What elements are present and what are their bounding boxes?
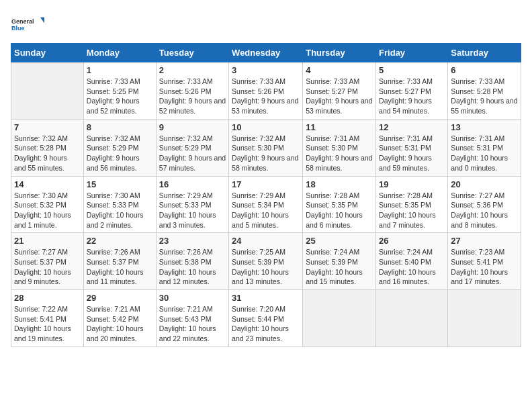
day-number: 27 — [451, 236, 518, 246]
calendar-cell: 23Sunrise: 7:26 AMSunset: 5:38 PMDayligh… — [156, 233, 228, 290]
calendar-cell: 2Sunrise: 7:33 AMSunset: 5:26 PMDaylight… — [156, 62, 228, 120]
calendar-cell — [11, 62, 84, 120]
calendar-cell: 3Sunrise: 7:33 AMSunset: 5:26 PMDaylight… — [229, 62, 303, 120]
header-wednesday: Wednesday — [229, 44, 303, 62]
day-info: Sunrise: 7:24 AMSunset: 5:40 PMDaylight:… — [379, 247, 445, 287]
day-info: Sunrise: 7:33 AMSunset: 5:28 PMDaylight:… — [451, 77, 518, 116]
calendar-cell: 22Sunrise: 7:26 AMSunset: 5:37 PMDayligh… — [83, 233, 156, 290]
day-number: 8 — [87, 122, 153, 132]
calendar-cell: 14Sunrise: 7:30 AMSunset: 5:32 PMDayligh… — [11, 176, 84, 233]
calendar-cell: 31Sunrise: 7:20 AMSunset: 5:44 PMDayligh… — [229, 290, 303, 347]
calendar-cell: 24Sunrise: 7:25 AMSunset: 5:39 PMDayligh… — [229, 233, 303, 290]
calendar-cell: 13Sunrise: 7:31 AMSunset: 5:31 PMDayligh… — [448, 119, 521, 176]
day-number: 9 — [159, 122, 226, 132]
calendar-cell: 30Sunrise: 7:21 AMSunset: 5:43 PMDayligh… — [156, 290, 228, 347]
day-info: Sunrise: 7:31 AMSunset: 5:31 PMDaylight:… — [451, 134, 518, 173]
day-info: Sunrise: 7:23 AMSunset: 5:41 PMDaylight:… — [451, 247, 518, 287]
calendar-cell — [448, 290, 521, 347]
calendar-header-row: SundayMondayTuesdayWednesdayThursdayFrid… — [11, 44, 521, 62]
day-info: Sunrise: 7:30 AMSunset: 5:33 PMDaylight:… — [87, 191, 153, 230]
day-info: Sunrise: 7:26 AMSunset: 5:37 PMDaylight:… — [87, 247, 153, 287]
day-number: 6 — [451, 65, 518, 75]
svg-text:General: General — [11, 18, 34, 25]
calendar-week-row: 28Sunrise: 7:22 AMSunset: 5:41 PMDayligh… — [11, 290, 521, 347]
page-header: General Blue — [11, 11, 521, 38]
header-tuesday: Tuesday — [156, 44, 228, 62]
day-info: Sunrise: 7:27 AMSunset: 5:36 PMDaylight:… — [451, 191, 518, 230]
day-number: 30 — [159, 293, 226, 303]
day-number: 19 — [379, 179, 445, 189]
day-number: 18 — [306, 179, 373, 189]
svg-text:Blue: Blue — [11, 25, 25, 32]
day-info: Sunrise: 7:26 AMSunset: 5:38 PMDaylight:… — [159, 247, 226, 287]
day-number: 22 — [87, 236, 153, 246]
day-number: 7 — [14, 122, 81, 132]
calendar-cell: 21Sunrise: 7:27 AMSunset: 5:37 PMDayligh… — [11, 233, 84, 290]
header-sunday: Sunday — [11, 44, 84, 62]
logo: General Blue — [11, 11, 44, 38]
day-info: Sunrise: 7:29 AMSunset: 5:34 PMDaylight:… — [232, 191, 300, 230]
calendar-cell: 20Sunrise: 7:27 AMSunset: 5:36 PMDayligh… — [448, 176, 521, 233]
day-number: 28 — [14, 293, 81, 303]
day-info: Sunrise: 7:33 AMSunset: 5:27 PMDaylight:… — [379, 77, 445, 116]
day-info: Sunrise: 7:28 AMSunset: 5:35 PMDaylight:… — [306, 191, 373, 230]
day-number: 20 — [451, 179, 518, 189]
day-number: 11 — [306, 122, 373, 132]
day-info: Sunrise: 7:25 AMSunset: 5:39 PMDaylight:… — [232, 247, 300, 287]
day-number: 3 — [232, 65, 300, 75]
day-info: Sunrise: 7:32 AMSunset: 5:28 PMDaylight:… — [14, 134, 81, 173]
day-info: Sunrise: 7:22 AMSunset: 5:41 PMDaylight:… — [14, 304, 81, 344]
calendar-cell: 9Sunrise: 7:32 AMSunset: 5:29 PMDaylight… — [156, 119, 228, 176]
day-info: Sunrise: 7:32 AMSunset: 5:30 PMDaylight:… — [232, 134, 300, 173]
day-number: 29 — [87, 293, 153, 303]
calendar-cell: 8Sunrise: 7:32 AMSunset: 5:29 PMDaylight… — [83, 119, 156, 176]
calendar-cell: 6Sunrise: 7:33 AMSunset: 5:28 PMDaylight… — [448, 62, 521, 120]
day-info: Sunrise: 7:33 AMSunset: 5:27 PMDaylight:… — [306, 77, 373, 116]
calendar-cell: 16Sunrise: 7:29 AMSunset: 5:33 PMDayligh… — [156, 176, 228, 233]
svg-marker-2 — [40, 17, 44, 24]
header-thursday: Thursday — [303, 44, 376, 62]
day-info: Sunrise: 7:32 AMSunset: 5:29 PMDaylight:… — [159, 134, 226, 173]
day-number: 5 — [379, 65, 445, 75]
calendar-cell: 27Sunrise: 7:23 AMSunset: 5:41 PMDayligh… — [448, 233, 521, 290]
header-monday: Monday — [83, 44, 156, 62]
day-number: 21 — [14, 236, 81, 246]
day-number: 26 — [379, 236, 445, 246]
calendar-week-row: 1Sunrise: 7:33 AMSunset: 5:25 PMDaylight… — [11, 62, 521, 120]
day-number: 2 — [159, 65, 226, 75]
calendar-week-row: 21Sunrise: 7:27 AMSunset: 5:37 PMDayligh… — [11, 233, 521, 290]
calendar-cell: 29Sunrise: 7:21 AMSunset: 5:42 PMDayligh… — [83, 290, 156, 347]
calendar-cell: 4Sunrise: 7:33 AMSunset: 5:27 PMDaylight… — [303, 62, 376, 120]
day-number: 16 — [159, 179, 226, 189]
day-number: 24 — [232, 236, 300, 246]
calendar-cell: 25Sunrise: 7:24 AMSunset: 5:39 PMDayligh… — [303, 233, 376, 290]
day-info: Sunrise: 7:31 AMSunset: 5:31 PMDaylight:… — [379, 134, 445, 173]
calendar-cell: 12Sunrise: 7:31 AMSunset: 5:31 PMDayligh… — [376, 119, 448, 176]
day-number: 23 — [159, 236, 226, 246]
calendar-cell: 19Sunrise: 7:28 AMSunset: 5:35 PMDayligh… — [376, 176, 448, 233]
day-info: Sunrise: 7:27 AMSunset: 5:37 PMDaylight:… — [14, 247, 81, 287]
day-info: Sunrise: 7:24 AMSunset: 5:39 PMDaylight:… — [306, 247, 373, 287]
calendar-cell — [303, 290, 376, 347]
calendar-table: SundayMondayTuesdayWednesdayThursdayFrid… — [11, 43, 521, 347]
calendar-week-row: 14Sunrise: 7:30 AMSunset: 5:32 PMDayligh… — [11, 176, 521, 233]
calendar-cell: 10Sunrise: 7:32 AMSunset: 5:30 PMDayligh… — [229, 119, 303, 176]
logo-svg: General Blue — [11, 11, 44, 38]
day-info: Sunrise: 7:32 AMSunset: 5:29 PMDaylight:… — [87, 134, 153, 173]
day-number: 25 — [306, 236, 373, 246]
day-info: Sunrise: 7:33 AMSunset: 5:26 PMDaylight:… — [232, 77, 300, 116]
day-info: Sunrise: 7:21 AMSunset: 5:43 PMDaylight:… — [159, 304, 226, 344]
calendar-cell: 15Sunrise: 7:30 AMSunset: 5:33 PMDayligh… — [83, 176, 156, 233]
calendar-cell: 5Sunrise: 7:33 AMSunset: 5:27 PMDaylight… — [376, 62, 448, 120]
calendar-cell: 26Sunrise: 7:24 AMSunset: 5:40 PMDayligh… — [376, 233, 448, 290]
day-info: Sunrise: 7:28 AMSunset: 5:35 PMDaylight:… — [379, 191, 445, 230]
calendar-cell: 7Sunrise: 7:32 AMSunset: 5:28 PMDaylight… — [11, 119, 84, 176]
day-number: 15 — [87, 179, 153, 189]
day-info: Sunrise: 7:21 AMSunset: 5:42 PMDaylight:… — [87, 304, 153, 344]
calendar-cell: 17Sunrise: 7:29 AMSunset: 5:34 PMDayligh… — [229, 176, 303, 233]
calendar-cell: 28Sunrise: 7:22 AMSunset: 5:41 PMDayligh… — [11, 290, 84, 347]
day-info: Sunrise: 7:30 AMSunset: 5:32 PMDaylight:… — [14, 191, 81, 230]
calendar-cell: 1Sunrise: 7:33 AMSunset: 5:25 PMDaylight… — [83, 62, 156, 120]
day-info: Sunrise: 7:20 AMSunset: 5:44 PMDaylight:… — [232, 304, 300, 344]
header-friday: Friday — [376, 44, 448, 62]
